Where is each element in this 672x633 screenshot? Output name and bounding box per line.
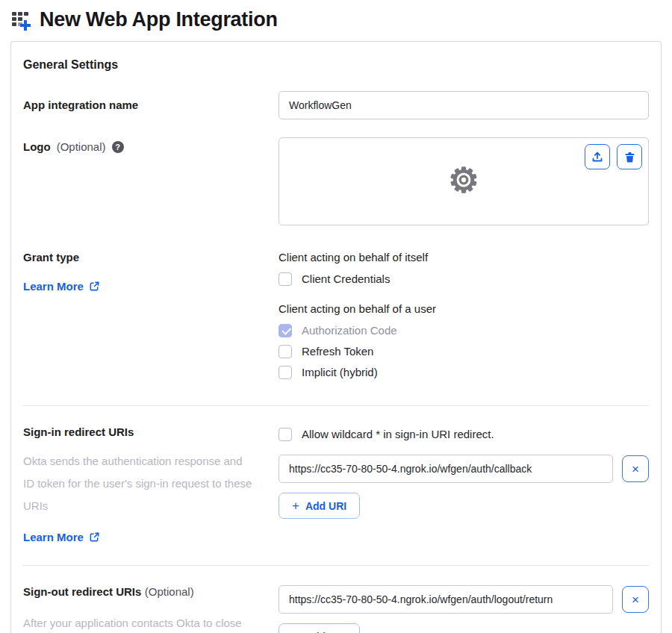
upload-logo-button[interactable] [585, 144, 610, 169]
grant-group-self-heading: Client acting on behalf of itself [279, 251, 649, 264]
logo-optional-label: (Optional) [57, 140, 106, 153]
checkbox-label: Client Credentials [302, 272, 390, 285]
signin-redirect-row: Sign-in redirect URIs Okta sends the aut… [23, 425, 649, 544]
grant-type-learn-more-link[interactable]: Learn More [23, 280, 100, 293]
implicit-hybrid-checkbox[interactable] [279, 366, 292, 379]
add-uri-label: Add URI [305, 500, 346, 512]
signout-redirect-row: Sign-out redirect URIs (Optional) After … [23, 585, 649, 633]
grant-group-user-heading: Client acting on behalf of a user [279, 302, 649, 315]
signout-optional-label: (Optional) [145, 585, 194, 598]
trash-icon [623, 151, 636, 163]
checkbox-label: Refresh Token [302, 345, 373, 358]
gear-icon [447, 163, 481, 200]
app-name-label: App integration name [23, 99, 138, 111]
section-divider [23, 565, 649, 566]
checkbox-row-implicit-hybrid[interactable]: Implicit (hybrid) [279, 364, 649, 381]
remove-signout-uri-button[interactable]: × [622, 586, 649, 613]
card-heading: General Settings [23, 58, 649, 72]
refresh-token-checkbox[interactable] [279, 345, 292, 358]
wildcard-checkbox-row[interactable]: Allow wildcard * in sign-in URI redirect… [279, 425, 649, 443]
page-header: New Web App Integration [0, 0, 672, 39]
general-settings-card: General Settings App integration name Lo… [10, 41, 662, 633]
delete-logo-button[interactable] [617, 144, 642, 169]
close-icon: × [632, 593, 639, 606]
learn-more-label: Learn More [23, 531, 84, 543]
app-name-row: App integration name [23, 91, 649, 119]
grant-group-self: Client acting on behalf of itself Client… [279, 251, 649, 287]
checkbox-row-authorization-code[interactable]: Authorization Code [279, 322, 649, 339]
section-divider [23, 405, 649, 406]
upload-icon [591, 150, 604, 163]
add-app-grid-icon [10, 9, 33, 31]
wildcard-label: Allow wildcard * in sign-in URI redirect… [302, 428, 494, 440]
logo-label: Logo [23, 140, 51, 153]
grant-group-user: Client acting on behalf of a user Author… [279, 302, 649, 381]
wildcard-checkbox[interactable] [279, 428, 292, 441]
learn-more-label: Learn More [23, 280, 84, 293]
remove-signin-uri-button[interactable]: × [622, 455, 649, 482]
external-link-icon [89, 281, 100, 292]
authorization-code-checkbox[interactable] [279, 324, 292, 337]
external-link-icon [89, 531, 100, 543]
signin-uri-input[interactable] [279, 455, 613, 483]
signin-redirect-description: Okta sends the authentication response a… [23, 450, 256, 517]
app-name-input[interactable] [279, 91, 649, 119]
checkbox-label: Authorization Code [302, 324, 397, 337]
signout-redirect-description: After your application contacts Okta to … [23, 612, 256, 633]
checkbox-label: Implicit (hybrid) [302, 366, 378, 378]
grant-type-row: Grant type Learn More Client acting on b… [23, 251, 649, 384]
signout-uri-input[interactable] [279, 585, 613, 614]
close-icon: × [632, 463, 639, 475]
add-uri-label: Add URI [305, 631, 346, 633]
signin-learn-more-link[interactable]: Learn More [23, 531, 100, 543]
client-credentials-checkbox[interactable] [279, 272, 292, 286]
checkbox-row-client-credentials[interactable]: Client Credentials [279, 270, 649, 287]
grant-type-label: Grant type [23, 251, 256, 264]
signin-redirect-label: Sign-in redirect URIs [23, 425, 256, 438]
page-title: New Web App Integration [40, 8, 278, 31]
logo-row: Logo (Optional) ? [23, 137, 649, 225]
plus-icon: + [292, 630, 299, 633]
checkbox-row-refresh-token[interactable]: Refresh Token [279, 343, 649, 360]
help-icon[interactable]: ? [112, 141, 124, 153]
logo-preview-box [279, 137, 649, 225]
signin-add-uri-button[interactable]: + Add URI [279, 493, 360, 519]
signout-redirect-label: Sign-out redirect URIs [23, 585, 141, 598]
signout-add-uri-button[interactable]: + Add URI [279, 623, 360, 633]
plus-icon: + [292, 499, 299, 512]
